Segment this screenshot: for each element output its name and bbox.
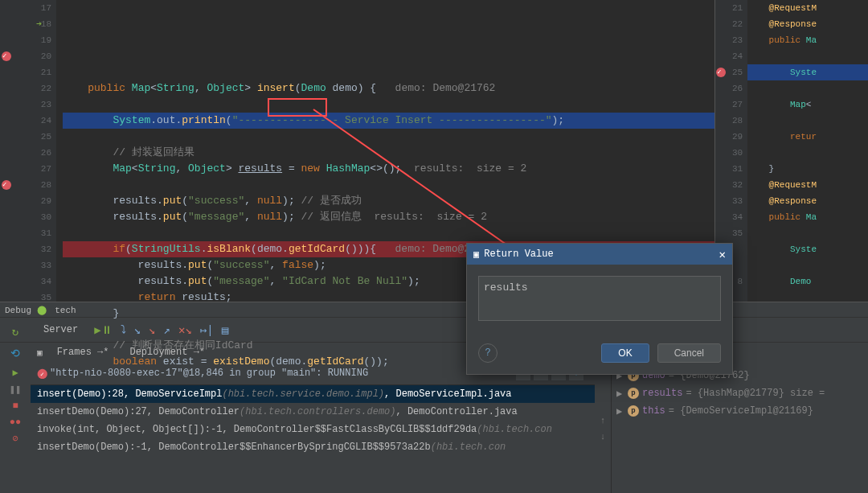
variable-row[interactable]: ▶p results = {HashMap@21779} size = — [616, 384, 863, 402]
help-icon[interactable]: ? — [478, 343, 497, 363]
dialog-title: Return Value — [484, 249, 553, 260]
dialog-title-bar[interactable]: ▣ Return Value ✕ — [467, 244, 732, 265]
cancel-button[interactable]: Cancel — [657, 343, 721, 363]
mute-bp-icon[interactable]: ⊘ — [12, 433, 18, 445]
rerun-icon[interactable]: ↻ — [8, 324, 23, 339]
lower-panels: ▶ ❚❚ ■ ●● ⊘ ⬤✓ "http-nio-8080-exec-17"@1… — [0, 362, 868, 493]
bug-icon: ⬤ — [37, 306, 47, 315]
close-icon[interactable]: ✕ — [719, 248, 726, 261]
frame-row[interactable]: insertDemo(Demo):27, DemoController (hbi… — [31, 403, 595, 421]
return-value-dialog: ▣ Return Value ✕ results ? OK Cancel — [466, 243, 733, 375]
breakpoints-icon[interactable]: ●● — [10, 417, 21, 428]
frames-panel: ⬤✓ "http-nio-8080-exec-17"@18,846 in gro… — [31, 362, 595, 493]
scroll-down-icon[interactable]: ↓ — [600, 432, 606, 442]
dialog-icon: ▣ — [473, 249, 479, 261]
side-buttons-bottom: ▶ ❚❚ ■ ●● ⊘ — [0, 362, 31, 493]
ok-button[interactable]: OK — [601, 343, 649, 363]
frames-list[interactable]: insert(Demo):28, DemoServiceImpl (hbi.te… — [31, 385, 595, 456]
right-editor-pane: 2122232425262728293031323334358 @Request… — [714, 0, 868, 302]
variables-panel[interactable]: ▶p demo = {Demo@21762}▶p results = {Hash… — [611, 362, 868, 493]
scroll-up-icon[interactable]: ↑ — [600, 416, 606, 425]
update-icon[interactable]: ⟲ — [8, 346, 23, 360]
frames-window-icon: ▣ — [37, 347, 43, 358]
frames-scroll: ↑ ↓ — [595, 362, 611, 493]
code-right[interactable]: @RequestM @Response public Ma Syste Map<… — [747, 0, 868, 302]
thread-bp-icon: ⬤✓ — [37, 368, 44, 380]
side-buttons-top: ↻ — [0, 321, 31, 339]
pause-icon[interactable]: ❚❚ — [10, 384, 21, 396]
gutter-left[interactable]: 1718➔1920212223242526272829303132333435 — [0, 0, 56, 302]
variable-row[interactable]: ▶p this = {DemoServiceImpl@21169} — [616, 402, 863, 420]
stop-icon[interactable]: ■ — [12, 401, 18, 412]
frame-row[interactable]: insertDemo(Demo):-1, DemoController$$Enh… — [31, 438, 595, 456]
editor-area: 1718➔1920212223242526272829303132333435 … — [0, 0, 868, 302]
resume-program-icon[interactable]: ▶ — [12, 367, 18, 379]
side-buttons-2: ⟲ — [0, 344, 31, 360]
frame-row[interactable]: insert(Demo):28, DemoServiceImpl (hbi.te… — [31, 385, 595, 403]
dialog-buttons: ? OK Cancel — [467, 335, 732, 374]
frame-row[interactable]: invoke(int, Object, Object[]):-1, DemoCo… — [31, 421, 595, 438]
dialog-body: results — [467, 265, 732, 335]
expression-input[interactable]: results — [478, 276, 721, 321]
